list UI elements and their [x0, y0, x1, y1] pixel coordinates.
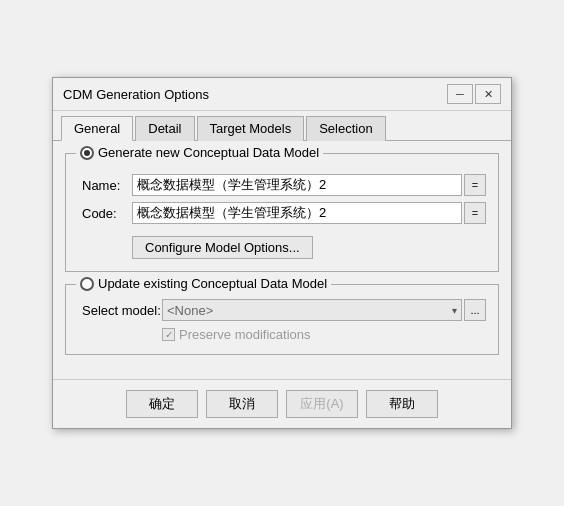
generate-group-label: Generate new Conceptual Data Model	[76, 145, 323, 160]
confirm-button[interactable]: 确定	[126, 390, 198, 418]
generate-radio[interactable]	[80, 146, 94, 160]
tab-general[interactable]: General	[61, 116, 133, 141]
tab-detail[interactable]: Detail	[135, 116, 194, 141]
code-input[interactable]	[132, 202, 462, 224]
dialog-body: Generate new Conceptual Data Model Name:…	[53, 141, 511, 379]
configure-button[interactable]: Configure Model Options...	[132, 236, 313, 259]
cancel-button[interactable]: 取消	[206, 390, 278, 418]
dialog-title: CDM Generation Options	[63, 87, 209, 102]
preserve-label: Preserve modifications	[179, 327, 311, 342]
dropdown-arrow-icon: ▾	[452, 305, 457, 316]
checkmark-icon: ✓	[165, 329, 173, 340]
title-bar: CDM Generation Options ─ ✕	[53, 78, 511, 111]
tab-selection[interactable]: Selection	[306, 116, 385, 141]
select-model-row: Select model: <None> ▾ ...	[78, 299, 486, 321]
minimize-button[interactable]: ─	[447, 84, 473, 104]
select-model-dropdown[interactable]: <None> ▾	[162, 299, 462, 321]
title-bar-buttons: ─ ✕	[447, 84, 501, 104]
apply-button[interactable]: 应用(A)	[286, 390, 358, 418]
name-row: Name: =	[78, 174, 486, 196]
select-model-label: Select model:	[82, 303, 162, 318]
name-eq-button[interactable]: =	[464, 174, 486, 196]
browse-button[interactable]: ...	[464, 299, 486, 321]
update-group-label: Update existing Conceptual Data Model	[76, 276, 331, 291]
tab-target-models[interactable]: Target Models	[197, 116, 305, 141]
name-label: Name:	[82, 178, 132, 193]
preserve-row: ✓ Preserve modifications	[78, 327, 486, 342]
update-group: Update existing Conceptual Data Model Se…	[65, 284, 499, 355]
help-button[interactable]: 帮助	[366, 390, 438, 418]
generate-group: Generate new Conceptual Data Model Name:…	[65, 153, 499, 272]
close-button[interactable]: ✕	[475, 84, 501, 104]
dialog: CDM Generation Options ─ ✕ General Detai…	[52, 77, 512, 429]
code-eq-button[interactable]: =	[464, 202, 486, 224]
name-input[interactable]	[132, 174, 462, 196]
code-row: Code: =	[78, 202, 486, 224]
preserve-checkbox[interactable]: ✓	[162, 328, 175, 341]
bottom-bar: 确定 取消 应用(A) 帮助	[53, 379, 511, 428]
update-radio[interactable]	[80, 277, 94, 291]
code-label: Code:	[82, 206, 132, 221]
tab-bar: General Detail Target Models Selection	[53, 111, 511, 141]
select-wrapper: <None> ▾ ...	[162, 299, 486, 321]
